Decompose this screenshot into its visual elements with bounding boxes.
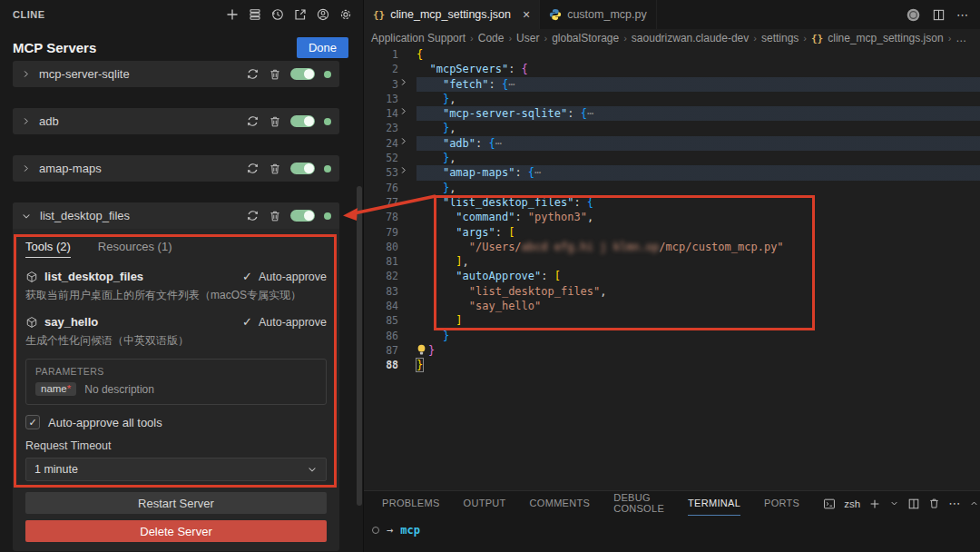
code-token: ⋯ [534,166,542,179]
json-file-icon: {} [811,33,823,44]
terminal[interactable]: → mcp [364,516,980,537]
breadcrumb-item[interactable]: cline_mcp_settings.json [828,32,943,44]
fold-gutter [398,269,416,283]
server-row[interactable]: list_desktop_files [13,202,339,229]
server-row[interactable]: amap-maps [13,155,339,182]
panel-tab-ports[interactable]: PORTS [764,491,799,516]
chevron-right-icon[interactable] [21,163,31,173]
enabled-toggle[interactable] [290,68,315,80]
auto-approve-control[interactable]: ✓Auto-approve [242,315,327,329]
chevron-right-icon[interactable] [21,116,31,126]
server-row[interactable]: adb [13,108,339,134]
server-row[interactable]: mcp-server-sqlite [13,61,339,87]
extension-icon[interactable] [906,7,921,23]
checkmark-icon[interactable]: ✓ [242,315,252,329]
fold-chevron-icon[interactable] [398,165,416,180]
code-token: , [463,255,469,268]
fold-gutter [398,195,416,210]
tab-resources-1-[interactable]: Resources (1) [98,240,172,258]
code-text: "mcp-server-sqlite": {⋯ [416,106,980,121]
terminal-profile-chevron-icon[interactable] [889,498,899,508]
line-number: 81 [364,254,398,269]
breadcrumb-item[interactable]: Application Support [371,32,466,44]
chevron-down-icon[interactable] [21,211,32,222]
breadcrumb-item[interactable]: saoudrizwan.claude-dev [632,32,749,44]
code-text: } [416,343,980,358]
code-editor[interactable]: 1{2 "mcpServers": {3 "fetch": {⋯13 },14 … [364,47,980,490]
settings-gear-icon[interactable] [338,6,354,23]
code-line: 3 "fetch": {⋯ [364,77,980,92]
tab-label: cline_mcp_settings.json [390,8,511,21]
code-line: 23 }, [364,121,980,135]
breadcrumb-overflow[interactable]: … [956,32,966,44]
delete-server-icon[interactable] [269,210,281,222]
panel-tab-comments[interactable]: COMMENTS [530,491,591,516]
editor-group: {}cline_mcp_settings.json×custom_mcp.py … [363,0,980,552]
enabled-toggle[interactable] [290,115,315,127]
fold-gutter [398,329,416,343]
breadcrumb-item[interactable]: globalStorage [552,32,619,44]
delete-server-button[interactable]: Delete Server [25,520,327,542]
restart-server-icon[interactable] [246,209,260,222]
code-token: ⋯ [587,107,594,120]
code-token: "amap-maps" [443,166,514,179]
code-token [416,300,469,312]
open-in-editor-icon[interactable] [292,6,309,23]
panel-tab-debug-console[interactable]: DEBUG CONSOLE [613,491,664,516]
line-number: 13 [364,92,398,106]
breadcrumb-item[interactable]: Code [478,32,505,44]
delete-server-icon[interactable] [269,115,281,128]
maximize-panel-icon[interactable] [969,498,979,508]
restart-server-icon[interactable] [246,162,260,175]
chevron-right-icon[interactable] [21,69,31,79]
done-button[interactable]: Done [297,37,348,58]
checkmark-icon[interactable]: ✓ [242,270,252,283]
request-timeout-select[interactable]: 1 minute [25,458,327,481]
breadcrumb-separator-icon: › [948,33,952,44]
delete-server-icon[interactable] [269,68,281,81]
expanded-server-card: list_desktop_files Tools (2)Resources (1… [13,202,339,551]
code-token [416,93,443,105]
delete-server-icon[interactable] [269,163,281,175]
fold-gutter [398,151,416,165]
fold-gutter [398,62,416,76]
code-token: : [567,107,580,120]
breadcrumb-item[interactable]: User [516,32,539,44]
restart-server-icon[interactable] [246,67,260,81]
enabled-toggle[interactable] [290,163,315,174]
panel-tab-output[interactable]: OUTPUT [464,491,506,516]
terminal-icon [823,498,836,510]
panel-tab-problems[interactable]: PROBLEMS [382,491,440,516]
sidebar-scrollbar[interactable] [357,186,362,506]
restart-server-icon[interactable] [246,114,260,128]
tab-tools-2-[interactable]: Tools (2) [25,240,71,258]
fold-chevron-icon[interactable] [398,136,416,151]
breadcrumb-item[interactable]: settings [761,32,799,44]
auto-approve-control[interactable]: ✓Auto-approve [242,270,327,283]
enabled-toggle[interactable] [290,210,315,222]
auto-approve-all-checkbox[interactable]: ✓ [25,415,40,429]
code-text: "list_desktop_files", [416,284,980,299]
fold-chevron-icon[interactable] [398,77,416,92]
editor-tab-cline-mcp-settings-json[interactable]: {}cline_mcp_settings.json× [364,0,540,29]
lightbulb-icon[interactable] [416,344,426,356]
code-text: }, [416,92,980,106]
restart-server-button[interactable]: Restart Server [25,492,327,514]
fold-gutter [398,284,416,299]
panel-more-icon[interactable]: ⋯ [948,497,961,510]
split-editor-icon[interactable] [932,8,946,22]
code-token: ⋯ [495,137,503,150]
code-line: 82 "autoApprove": [ [364,269,980,283]
new-task-icon[interactable] [224,6,240,23]
new-terminal-icon[interactable] [868,498,881,510]
fold-chevron-icon[interactable] [398,106,416,121]
history-icon[interactable] [270,6,286,23]
editor-tab-custom-mcp-py[interactable]: custom_mcp.py [540,0,657,29]
more-actions-icon[interactable]: ⋯ [956,8,969,22]
account-icon[interactable] [315,6,331,23]
panel-tab-terminal[interactable]: TERMINAL [688,491,740,516]
close-tab-icon[interactable]: × [523,7,530,22]
mcp-servers-icon[interactable] [247,6,263,23]
kill-terminal-icon[interactable] [928,498,940,509]
split-terminal-icon[interactable] [907,498,920,510]
